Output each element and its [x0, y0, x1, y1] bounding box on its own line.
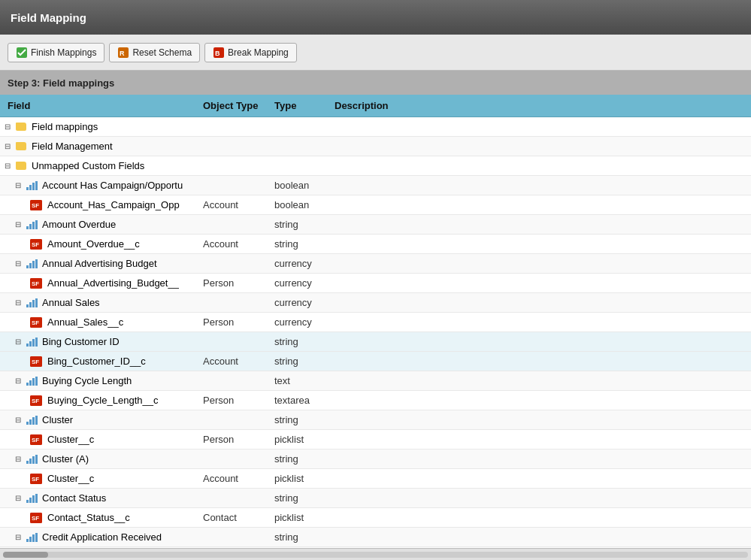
- collapse-icon[interactable]: ⊟: [15, 259, 24, 268]
- field-cell: ⊟Account Has Campaign/Opportu: [0, 180, 203, 191]
- svg-text:SF: SF: [32, 359, 39, 365]
- field-cell: SFCluster__c: [0, 473, 203, 484]
- type-cell: picklist: [274, 473, 335, 484]
- type-cell: currency: [274, 316, 335, 328]
- table-row[interactable]: ⊟Annual Advertising Budgetcurrency: [0, 254, 751, 274]
- type-cell: string: [274, 492, 335, 504]
- collapse-icon[interactable]: ⊟: [15, 455, 24, 463]
- field-label: Cluster__c: [47, 434, 94, 445]
- svg-text:SF: SF: [32, 202, 39, 209]
- reset-schema-button[interactable]: R Reset Schema: [109, 43, 200, 62]
- table-row[interactable]: SFAnnual_Sales__cPersoncurrency: [0, 313, 751, 332]
- table-row[interactable]: ⊟Credit Application Receivedstring: [0, 528, 751, 547]
- table-row[interactable]: ⊟Annual Salescurrency: [0, 293, 751, 313]
- bar-chart-icon: [26, 259, 38, 268]
- table-row[interactable]: SFCluster__cAccountpicklist: [0, 469, 751, 489]
- bar-chart-icon: [26, 181, 38, 190]
- svg-text:SF: SF: [32, 319, 39, 326]
- field-cell: SFAnnual_Sales__c: [0, 316, 203, 328]
- field-label: Annual Sales: [42, 297, 100, 308]
- field-cell: SFAccount_Has_Campaign_Opp: [0, 199, 203, 210]
- collapse-icon[interactable]: ⊟: [5, 142, 14, 150]
- table-row[interactable]: SFBing_Customer_ID__cAccountstring: [0, 352, 751, 371]
- folder-icon: [16, 123, 26, 131]
- field-label: Contact Status: [42, 492, 106, 504]
- table-row[interactable]: ⊟Contact Statusstring: [0, 489, 751, 508]
- table-header: Field Object Type Type Description: [0, 95, 751, 117]
- collapse-icon[interactable]: ⊟: [15, 377, 24, 385]
- bar-chart-icon: [26, 494, 38, 503]
- field-cell: SFBuying_Cycle_Length__c: [0, 395, 203, 406]
- toolbar: Finish Mappings R Reset Schema B Break M…: [0, 35, 751, 71]
- table-row[interactable]: SFBuying_Cycle_Length__cPersontextarea: [0, 391, 751, 410]
- break-mapping-button[interactable]: B Break Mapping: [204, 43, 297, 62]
- scrollbar-track[interactable]: [3, 552, 748, 558]
- salesforce-field-icon: SF: [30, 395, 42, 406]
- collapse-icon[interactable]: ⊟: [15, 416, 24, 424]
- table-row[interactable]: ⊟Amount Overduestring: [0, 215, 751, 235]
- field-label: Amount Overdue: [42, 219, 116, 230]
- collapse-icon[interactable]: ⊟: [15, 494, 24, 502]
- collapse-icon[interactable]: ⊟: [15, 533, 24, 541]
- table-row[interactable]: ⊟Cluster (A)string: [0, 450, 751, 469]
- field-label: Annual_Sales__c: [47, 316, 123, 328]
- field-label: Unmapped Custom Fields: [32, 160, 144, 171]
- type-cell: picklist: [274, 434, 335, 445]
- field-cell: ⊟Annual Advertising Budget: [0, 258, 203, 269]
- field-cell: SFAnnual_Advertising_Budget__: [0, 277, 203, 289]
- table-row[interactable]: SFAmount_Overdue__cAccountstring: [0, 235, 751, 254]
- collapse-icon[interactable]: ⊟: [15, 338, 24, 346]
- collapse-icon[interactable]: ⊟: [15, 298, 24, 307]
- type-cell: textarea: [274, 395, 335, 406]
- field-cell: ⊟Unmapped Custom Fields: [0, 160, 203, 171]
- reset-icon: R: [117, 47, 129, 59]
- bar-chart-icon: [26, 220, 38, 229]
- field-label: Bing Customer ID: [42, 336, 120, 347]
- field-label: Bing_Customer_ID__c: [47, 356, 146, 367]
- table-row[interactable]: ⊟Buying Cycle Lengthtext: [0, 371, 751, 391]
- salesforce-field-icon: SF: [30, 278, 42, 289]
- table-row[interactable]: SFContact_Status__cContactpicklist: [0, 508, 751, 528]
- scrollbar-thumb[interactable]: [3, 552, 48, 558]
- horizontal-scrollbar[interactable]: [0, 548, 751, 560]
- field-label: Account Has Campaign/Opportu: [42, 180, 183, 191]
- table-row[interactable]: SFAnnual_Advertising_Budget__Personcurre…: [0, 274, 751, 293]
- field-cell: ⊟Annual Sales: [0, 297, 203, 308]
- table-row[interactable]: ⊟Field Management: [0, 137, 751, 156]
- finish-mappings-button[interactable]: Finish Mappings: [8, 43, 104, 62]
- salesforce-field-icon: SF: [30, 434, 42, 445]
- table-row[interactable]: SFAccount_Has_Campaign_OppAccountboolean: [0, 195, 751, 215]
- object-type-cell: Account: [203, 473, 274, 484]
- collapse-icon[interactable]: ⊟: [15, 181, 24, 189]
- field-cell: ⊟Cluster (A): [0, 453, 203, 465]
- type-cell: string: [274, 414, 335, 425]
- table-row[interactable]: ⊟Unmapped Custom Fields: [0, 156, 751, 176]
- object-type-cell: Account: [203, 199, 274, 210]
- svg-text:SF: SF: [32, 437, 39, 443]
- type-cell: currency: [274, 258, 335, 269]
- table-row[interactable]: SFCluster__cPersonpicklist: [0, 430, 751, 450]
- salesforce-field-icon: SF: [30, 317, 42, 328]
- table-body[interactable]: ⊟Field mappings⊟Field Management⊟Unmappe…: [0, 117, 751, 548]
- field-cell: ⊟Field mappings: [0, 121, 203, 132]
- table-row[interactable]: ⊟Account Has Campaign/Opportuboolean: [0, 176, 751, 195]
- folder-icon: [16, 162, 26, 170]
- collapse-icon[interactable]: ⊟: [15, 220, 24, 229]
- table-row[interactable]: ⊟Clusterstring: [0, 410, 751, 430]
- table-row[interactable]: ⊟Bing Customer IDstring: [0, 332, 751, 352]
- salesforce-field-icon: SF: [30, 356, 42, 367]
- field-cell: SFCluster__c: [0, 434, 203, 445]
- type-cell: boolean: [274, 180, 335, 191]
- table-row[interactable]: ⊟Field mappings: [0, 117, 751, 137]
- collapse-icon[interactable]: ⊟: [5, 123, 14, 131]
- step-label: Step 3: Field mappings: [8, 77, 114, 89]
- collapse-icon[interactable]: ⊟: [5, 162, 14, 170]
- field-cell: SFBing_Customer_ID__c: [0, 356, 203, 367]
- svg-text:SF: SF: [32, 398, 39, 404]
- field-label: Cluster__c: [47, 473, 94, 484]
- field-cell: ⊟Credit Application Received: [0, 531, 203, 543]
- bar-chart-icon: [26, 533, 38, 542]
- bar-chart-icon: [26, 377, 38, 386]
- object-type-cell: Person: [203, 277, 274, 289]
- svg-text:SF: SF: [32, 476, 39, 483]
